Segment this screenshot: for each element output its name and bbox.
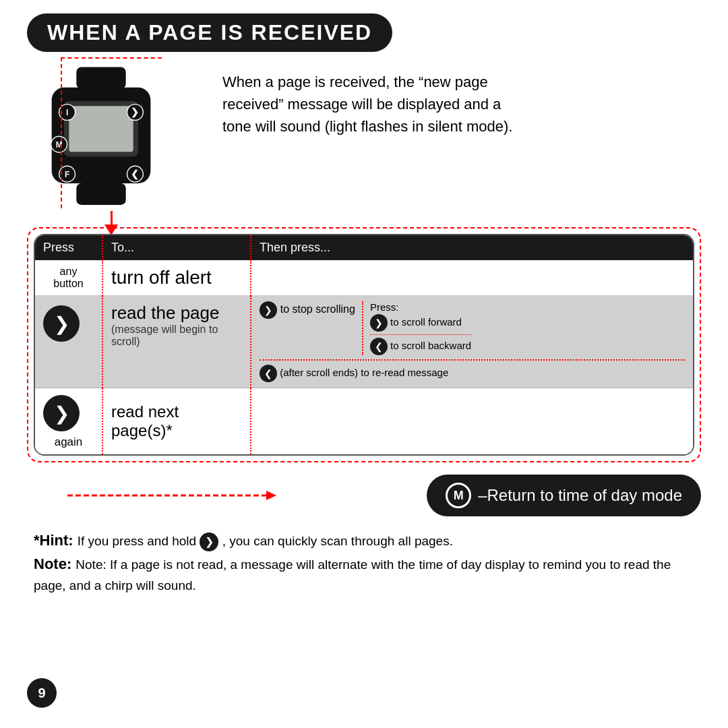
forward-text: to scroll forward	[390, 316, 462, 328]
title-bar: WHEN A PAGE IS RECEIVED	[27, 13, 392, 52]
svg-text:❯: ❯	[131, 107, 139, 118]
table-row: ❯ again read next page(s)*	[35, 388, 693, 455]
svg-rect-0	[76, 67, 125, 89]
again-label: again	[43, 435, 94, 449]
hint-text: If you press and hold	[78, 534, 200, 548]
table-wrapper: Press To... Then press... anybutton turn…	[34, 234, 694, 456]
chevron-button-2[interactable]: ❯	[43, 395, 80, 431]
stop-scrolling-text: to stop scrolling	[280, 303, 355, 315]
return-bar: M –Return to time of day mode	[427, 475, 701, 516]
to-next-page: read next page(s)*	[102, 388, 251, 455]
instruction-table: Press To... Then press... anybutton turn…	[35, 235, 693, 454]
description-text: When a page is received, the “new page r…	[222, 64, 533, 138]
footnotes: *Hint: If you press and hold ❯ , you can…	[27, 528, 701, 597]
scroll-nav-cell: Press: ❯ to scroll forward ❮ to scroll b…	[363, 301, 471, 355]
hint-chevron-icon: ❯	[200, 533, 218, 551]
hint-cont: , you can quickly scan through all pages…	[222, 534, 453, 548]
chevron-backward-icon: ❮	[370, 338, 388, 355]
chevron-stop-icon: ❯	[260, 301, 277, 319]
return-arrow	[67, 485, 283, 506]
reread-text: (after scroll ends) to re-read message	[280, 367, 448, 378]
hint-label: *Hint:	[34, 532, 78, 549]
reread-cell: ❮ (after scroll ends) to re-read message	[251, 365, 693, 388]
header-press: Press	[35, 235, 102, 260]
then-read-page: ❯ to stop scrolling Press: ❯ to scroll f…	[251, 296, 693, 388]
scroll-forward: ❯ to scroll forward	[370, 314, 471, 332]
return-text: –Return to time of day mode	[478, 486, 682, 505]
then-empty-2	[251, 388, 693, 455]
page-title: WHEN A PAGE IS RECEIVED	[47, 20, 372, 44]
press-chevron-1: ❯	[35, 296, 102, 388]
return-bar-section: M –Return to time of day mode	[27, 475, 701, 516]
red-border-top	[61, 57, 162, 59]
watch-image: I M F ❯ ❮	[27, 64, 175, 212]
then-empty-1	[251, 260, 693, 296]
table-section: Press To... Then press... anybutton turn…	[27, 227, 701, 462]
table-row: anybutton turn off alert	[35, 260, 693, 296]
svg-text:❮: ❮	[131, 169, 139, 180]
backward-text: to scroll backward	[390, 340, 471, 351]
to-turn-off-alert: turn off alert	[102, 260, 251, 296]
stop-scrolling-cell: ❯ to stop scrolling	[260, 301, 363, 355]
chevron-forward-icon: ❯	[370, 314, 388, 332]
read-page-sub: (message will begin to scroll)	[111, 324, 242, 348]
press-chevron-2: ❯ again	[35, 388, 102, 455]
turn-off-text: turn off alert	[111, 267, 212, 288]
svg-text:F: F	[65, 170, 69, 179]
svg-text:I: I	[66, 108, 68, 117]
note-text: Note: If a page is not read, a message w…	[34, 557, 671, 593]
chevron-button-1[interactable]: ❯	[43, 305, 80, 342]
hint-line: *Hint: If you press and hold ❯ , you can…	[34, 528, 694, 552]
m-circle-icon: M	[446, 483, 471, 508]
table-row: ❯ read the page (message will begin to s…	[35, 296, 693, 388]
scroll-backward: ❮ to scroll backward	[370, 334, 471, 355]
note-line: Note: Note: If a page is not read, a mes…	[34, 552, 694, 597]
next-page-text: read next page(s)*	[111, 402, 179, 439]
svg-text:M: M	[56, 140, 63, 150]
note-label: Note:	[34, 555, 75, 572]
to-read-page: read the page (message will begin to scr…	[102, 296, 251, 388]
svg-marker-16	[266, 491, 276, 500]
svg-rect-4	[76, 183, 125, 205]
watch-container: I M F ❯ ❮	[27, 64, 202, 215]
svg-rect-3	[69, 106, 133, 152]
header-to: To...	[102, 235, 251, 260]
read-page-text: read the page	[111, 303, 242, 324]
press-any-button: anybutton	[35, 260, 102, 296]
page-container: WHEN A PAGE IS RECEIVED	[0, 0, 728, 728]
page-number: 9	[27, 678, 57, 708]
top-section: I M F ❯ ❮ When a page is received,	[27, 64, 701, 215]
chevron-reread-icon: ❮	[260, 365, 277, 382]
press-label: Press:	[370, 301, 471, 313]
header-then: Then press...	[251, 235, 693, 260]
table-header-row: Press To... Then press...	[35, 235, 693, 260]
